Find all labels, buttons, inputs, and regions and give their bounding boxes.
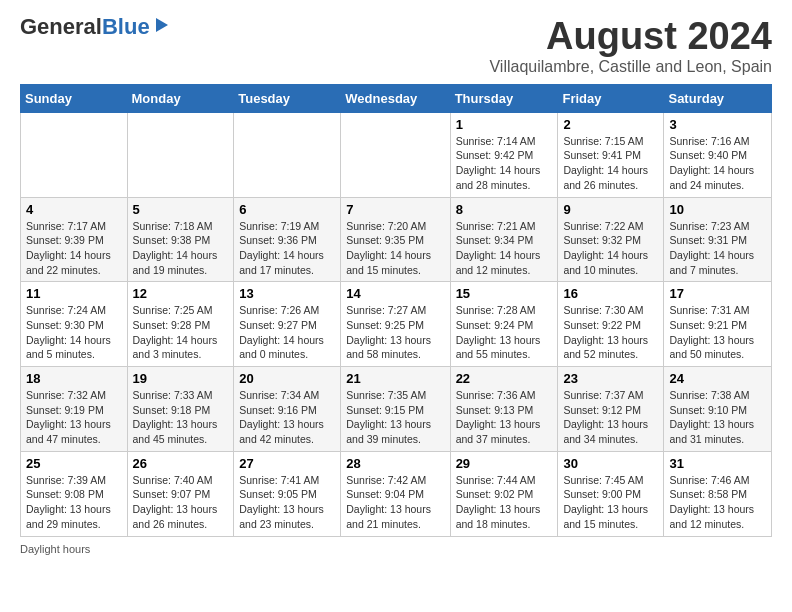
calendar-cell <box>341 112 450 197</box>
day-info: Sunrise: 7:24 AM Sunset: 9:30 PM Dayligh… <box>26 303 122 362</box>
day-number: 3 <box>669 117 766 132</box>
day-number: 28 <box>346 456 444 471</box>
day-info: Sunrise: 7:42 AM Sunset: 9:04 PM Dayligh… <box>346 473 444 532</box>
calendar-cell: 2Sunrise: 7:15 AM Sunset: 9:41 PM Daylig… <box>558 112 664 197</box>
calendar-cell: 29Sunrise: 7:44 AM Sunset: 9:02 PM Dayli… <box>450 451 558 536</box>
calendar-cell: 1Sunrise: 7:14 AM Sunset: 9:42 PM Daylig… <box>450 112 558 197</box>
logo-icon <box>152 16 170 34</box>
weekday-header-sunday: Sunday <box>21 84 128 112</box>
calendar-cell: 25Sunrise: 7:39 AM Sunset: 9:08 PM Dayli… <box>21 451 128 536</box>
day-number: 24 <box>669 371 766 386</box>
calendar: SundayMondayTuesdayWednesdayThursdayFrid… <box>20 84 772 537</box>
calendar-cell <box>127 112 234 197</box>
day-info: Sunrise: 7:22 AM Sunset: 9:32 PM Dayligh… <box>563 219 658 278</box>
subtitle: Villaquilambre, Castille and Leon, Spain <box>489 58 772 76</box>
calendar-cell: 21Sunrise: 7:35 AM Sunset: 9:15 PM Dayli… <box>341 367 450 452</box>
day-number: 8 <box>456 202 553 217</box>
day-number: 1 <box>456 117 553 132</box>
day-number: 23 <box>563 371 658 386</box>
logo-text: GeneralBlue <box>20 16 150 38</box>
calendar-cell: 11Sunrise: 7:24 AM Sunset: 9:30 PM Dayli… <box>21 282 128 367</box>
day-number: 12 <box>133 286 229 301</box>
day-info: Sunrise: 7:36 AM Sunset: 9:13 PM Dayligh… <box>456 388 553 447</box>
calendar-cell: 3Sunrise: 7:16 AM Sunset: 9:40 PM Daylig… <box>664 112 772 197</box>
day-number: 21 <box>346 371 444 386</box>
weekday-header-monday: Monday <box>127 84 234 112</box>
day-info: Sunrise: 7:21 AM Sunset: 9:34 PM Dayligh… <box>456 219 553 278</box>
logo: GeneralBlue <box>20 16 170 38</box>
day-info: Sunrise: 7:17 AM Sunset: 9:39 PM Dayligh… <box>26 219 122 278</box>
day-info: Sunrise: 7:15 AM Sunset: 9:41 PM Dayligh… <box>563 134 658 193</box>
page-header: GeneralBlue August 2024 Villaquilambre, … <box>20 16 772 76</box>
calendar-cell: 10Sunrise: 7:23 AM Sunset: 9:31 PM Dayli… <box>664 197 772 282</box>
day-info: Sunrise: 7:14 AM Sunset: 9:42 PM Dayligh… <box>456 134 553 193</box>
day-number: 9 <box>563 202 658 217</box>
day-info: Sunrise: 7:25 AM Sunset: 9:28 PM Dayligh… <box>133 303 229 362</box>
calendar-cell: 28Sunrise: 7:42 AM Sunset: 9:04 PM Dayli… <box>341 451 450 536</box>
day-info: Sunrise: 7:27 AM Sunset: 9:25 PM Dayligh… <box>346 303 444 362</box>
calendar-cell: 7Sunrise: 7:20 AM Sunset: 9:35 PM Daylig… <box>341 197 450 282</box>
day-info: Sunrise: 7:23 AM Sunset: 9:31 PM Dayligh… <box>669 219 766 278</box>
day-number: 6 <box>239 202 335 217</box>
day-info: Sunrise: 7:31 AM Sunset: 9:21 PM Dayligh… <box>669 303 766 362</box>
day-number: 5 <box>133 202 229 217</box>
calendar-cell <box>234 112 341 197</box>
calendar-cell: 26Sunrise: 7:40 AM Sunset: 9:07 PM Dayli… <box>127 451 234 536</box>
day-number: 29 <box>456 456 553 471</box>
day-info: Sunrise: 7:38 AM Sunset: 9:10 PM Dayligh… <box>669 388 766 447</box>
day-info: Sunrise: 7:32 AM Sunset: 9:19 PM Dayligh… <box>26 388 122 447</box>
day-number: 27 <box>239 456 335 471</box>
calendar-cell: 23Sunrise: 7:37 AM Sunset: 9:12 PM Dayli… <box>558 367 664 452</box>
calendar-cell: 31Sunrise: 7:46 AM Sunset: 8:58 PM Dayli… <box>664 451 772 536</box>
day-number: 15 <box>456 286 553 301</box>
day-number: 17 <box>669 286 766 301</box>
calendar-cell: 20Sunrise: 7:34 AM Sunset: 9:16 PM Dayli… <box>234 367 341 452</box>
calendar-cell: 19Sunrise: 7:33 AM Sunset: 9:18 PM Dayli… <box>127 367 234 452</box>
day-number: 18 <box>26 371 122 386</box>
day-number: 4 <box>26 202 122 217</box>
weekday-header-wednesday: Wednesday <box>341 84 450 112</box>
day-info: Sunrise: 7:26 AM Sunset: 9:27 PM Dayligh… <box>239 303 335 362</box>
day-info: Sunrise: 7:35 AM Sunset: 9:15 PM Dayligh… <box>346 388 444 447</box>
calendar-cell: 15Sunrise: 7:28 AM Sunset: 9:24 PM Dayli… <box>450 282 558 367</box>
calendar-cell: 14Sunrise: 7:27 AM Sunset: 9:25 PM Dayli… <box>341 282 450 367</box>
calendar-cell: 27Sunrise: 7:41 AM Sunset: 9:05 PM Dayli… <box>234 451 341 536</box>
footer-note: Daylight hours <box>20 543 772 555</box>
day-info: Sunrise: 7:28 AM Sunset: 9:24 PM Dayligh… <box>456 303 553 362</box>
day-info: Sunrise: 7:19 AM Sunset: 9:36 PM Dayligh… <box>239 219 335 278</box>
day-info: Sunrise: 7:45 AM Sunset: 9:00 PM Dayligh… <box>563 473 658 532</box>
weekday-header-friday: Friday <box>558 84 664 112</box>
day-info: Sunrise: 7:37 AM Sunset: 9:12 PM Dayligh… <box>563 388 658 447</box>
calendar-cell: 16Sunrise: 7:30 AM Sunset: 9:22 PM Dayli… <box>558 282 664 367</box>
day-info: Sunrise: 7:16 AM Sunset: 9:40 PM Dayligh… <box>669 134 766 193</box>
calendar-cell: 18Sunrise: 7:32 AM Sunset: 9:19 PM Dayli… <box>21 367 128 452</box>
day-number: 14 <box>346 286 444 301</box>
calendar-cell: 5Sunrise: 7:18 AM Sunset: 9:38 PM Daylig… <box>127 197 234 282</box>
day-info: Sunrise: 7:30 AM Sunset: 9:22 PM Dayligh… <box>563 303 658 362</box>
title-block: August 2024 Villaquilambre, Castille and… <box>489 16 772 76</box>
day-number: 30 <box>563 456 658 471</box>
day-info: Sunrise: 7:40 AM Sunset: 9:07 PM Dayligh… <box>133 473 229 532</box>
calendar-cell: 9Sunrise: 7:22 AM Sunset: 9:32 PM Daylig… <box>558 197 664 282</box>
day-number: 10 <box>669 202 766 217</box>
weekday-header-thursday: Thursday <box>450 84 558 112</box>
calendar-cell: 17Sunrise: 7:31 AM Sunset: 9:21 PM Dayli… <box>664 282 772 367</box>
calendar-cell: 13Sunrise: 7:26 AM Sunset: 9:27 PM Dayli… <box>234 282 341 367</box>
weekday-header-saturday: Saturday <box>664 84 772 112</box>
day-number: 20 <box>239 371 335 386</box>
calendar-cell: 22Sunrise: 7:36 AM Sunset: 9:13 PM Dayli… <box>450 367 558 452</box>
calendar-cell: 4Sunrise: 7:17 AM Sunset: 9:39 PM Daylig… <box>21 197 128 282</box>
day-number: 16 <box>563 286 658 301</box>
day-number: 26 <box>133 456 229 471</box>
day-number: 19 <box>133 371 229 386</box>
day-info: Sunrise: 7:33 AM Sunset: 9:18 PM Dayligh… <box>133 388 229 447</box>
calendar-cell <box>21 112 128 197</box>
calendar-cell: 12Sunrise: 7:25 AM Sunset: 9:28 PM Dayli… <box>127 282 234 367</box>
svg-marker-0 <box>156 18 168 32</box>
day-number: 25 <box>26 456 122 471</box>
weekday-header-tuesday: Tuesday <box>234 84 341 112</box>
day-info: Sunrise: 7:20 AM Sunset: 9:35 PM Dayligh… <box>346 219 444 278</box>
day-info: Sunrise: 7:46 AM Sunset: 8:58 PM Dayligh… <box>669 473 766 532</box>
calendar-cell: 30Sunrise: 7:45 AM Sunset: 9:00 PM Dayli… <box>558 451 664 536</box>
day-info: Sunrise: 7:34 AM Sunset: 9:16 PM Dayligh… <box>239 388 335 447</box>
